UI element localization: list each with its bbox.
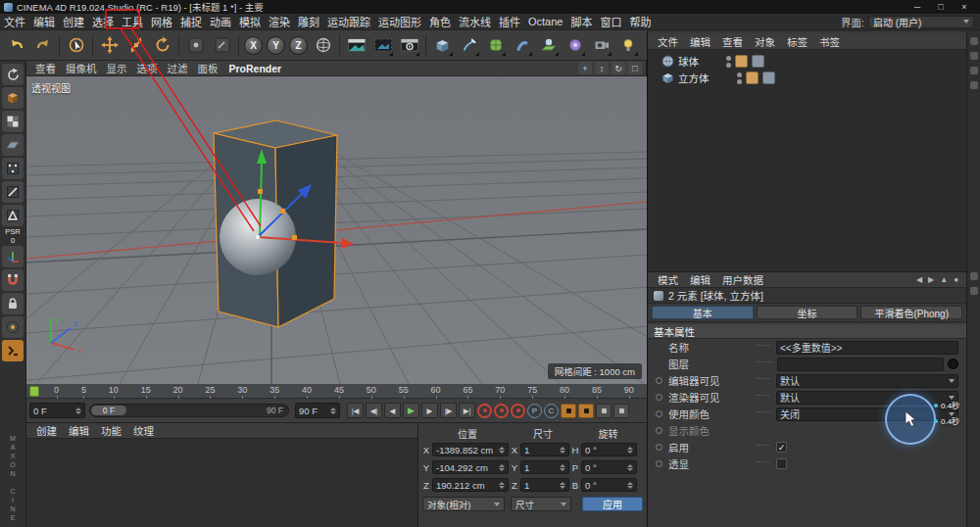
editor-visible-dropdown[interactable]: 默认 [776, 374, 958, 388]
animation-dot-icon[interactable] [656, 394, 662, 401]
attribute-menu-item[interactable]: 模式 [652, 272, 684, 287]
playback-options-icon[interactable] [596, 404, 612, 418]
range-slider-handle[interactable]: 0 F [91, 406, 126, 415]
deformer-icon[interactable] [510, 33, 534, 58]
animation-dot-icon[interactable] [656, 427, 662, 434]
recent-tool-slot-icon[interactable] [183, 33, 208, 58]
light-icon[interactable] [615, 33, 640, 58]
viewport-menu-item[interactable]: 过滤 [163, 61, 193, 75]
position-field[interactable]: -1389.852 cm [432, 443, 509, 456]
menu-item[interactable]: 工具 [118, 14, 147, 29]
go-to-start-button[interactable]: |◀ [347, 403, 364, 418]
texture-mode-icon[interactable] [2, 111, 24, 132]
xray-checkbox[interactable] [776, 458, 787, 469]
object-name[interactable]: 立方体 [678, 71, 710, 85]
timeline-ruler[interactable]: 051015202530354045505560657075808590 [26, 384, 647, 399]
dock-icon[interactable] [970, 272, 978, 280]
history-forward-icon[interactable]: ▶ [928, 275, 934, 284]
material-menu-item[interactable]: 创建 [30, 423, 63, 438]
generator-subdivision-icon[interactable] [483, 33, 508, 58]
scale-tool-icon[interactable] [123, 33, 148, 58]
attribute-menu-item[interactable]: 编辑 [684, 272, 716, 287]
menu-item[interactable]: 流水线 [455, 14, 495, 29]
size-field[interactable]: 1 [520, 460, 569, 474]
maximize-button[interactable]: □ [929, 1, 953, 14]
menu-item[interactable]: 雕刻 [294, 14, 323, 29]
close-button[interactable]: × [953, 1, 976, 14]
menu-item[interactable]: 选择 [88, 14, 118, 29]
render-settings-icon[interactable] [397, 33, 421, 58]
axis-lock-button[interactable]: Z [289, 36, 308, 55]
mograph-field-icon[interactable] [563, 33, 587, 58]
menu-item[interactable]: 编辑 [29, 14, 59, 29]
enabled-checkbox[interactable]: ✓ [776, 442, 787, 453]
menu-item[interactable]: 运动图形 [374, 14, 425, 29]
polygons-mode-icon[interactable] [2, 205, 24, 226]
viewport-menu-item[interactable]: 面板 [193, 61, 223, 75]
tab-basic[interactable]: 基本 [652, 306, 754, 319]
position-field[interactable]: -104.292 cm [432, 460, 509, 474]
camera-icon[interactable] [589, 33, 613, 58]
dock-icon[interactable] [970, 67, 978, 74]
pan-view-icon[interactable]: + [578, 62, 592, 74]
rotation-field[interactable]: 0 ° [581, 443, 637, 456]
viewport-menu-item[interactable]: 查看 [30, 61, 61, 75]
object-row-cube[interactable]: 立方体 [648, 70, 966, 86]
size-mode-dropdown[interactable]: 尺寸 [511, 497, 571, 511]
material-menu-item[interactable]: 编辑 [63, 423, 95, 438]
menu-item[interactable]: 模拟 [235, 14, 265, 29]
next-frame-button[interactable]: ▶ [421, 403, 438, 418]
menu-item[interactable]: 网格 [147, 14, 176, 29]
animation-dot-icon[interactable] [656, 444, 662, 451]
viewport-canvas[interactable]: Y X Z 透视视图 网格间距 : 1000 cm [26, 76, 647, 384]
position-field[interactable]: 190.212 cm [432, 478, 509, 492]
end-frame-field[interactable]: 90 F [295, 403, 340, 418]
object-tag-icon[interactable] [762, 72, 775, 84]
previous-key-button[interactable]: ◀| [366, 403, 382, 418]
record-pla-button[interactable]: C [544, 404, 559, 418]
next-key-button[interactable]: |▶ [440, 403, 457, 418]
record-rotation-button[interactable] [511, 404, 525, 418]
viewport-menu-item[interactable]: 显示 [102, 61, 132, 75]
play-button[interactable]: ▶ [403, 403, 419, 418]
object-manager-menu-item[interactable]: 标签 [781, 34, 813, 49]
spline-pen-icon[interactable] [457, 33, 481, 58]
lock-icon[interactable]: ● [954, 275, 958, 284]
visibility-dots[interactable] [737, 72, 742, 84]
record-keyframe-button[interactable] [477, 404, 492, 418]
size-field[interactable]: 1 [520, 443, 569, 456]
tweak-tool-slot-icon[interactable] [210, 33, 234, 58]
autokey-toggle-icon[interactable] [561, 404, 576, 418]
menu-item[interactable]: 捕捉 [176, 14, 206, 29]
menu-item[interactable]: 文件 [0, 14, 29, 29]
timeline-playhead[interactable] [29, 386, 39, 397]
menu-item[interactable]: 脚本 [566, 14, 596, 29]
viewport-menu-item[interactable]: 选项 [132, 61, 163, 75]
object-manager-menu-item[interactable]: 编辑 [684, 34, 716, 49]
frame-spinner[interactable] [75, 407, 81, 414]
undo-icon[interactable] [4, 33, 28, 58]
viewport-menu-item[interactable]: 摄像机 [61, 61, 102, 75]
coordinate-mode-dropdown[interactable]: 对象(相对) [422, 497, 505, 511]
axis-lock-button[interactable]: Y [267, 36, 285, 55]
history-back-icon[interactable]: ◀ [916, 275, 922, 284]
animation-dot-icon[interactable] [656, 460, 662, 467]
render-visible-dropdown[interactable]: 默认 [776, 391, 958, 405]
current-fr servame-field[interactable]: 0 F [29, 403, 85, 418]
phong-tag-icon[interactable] [735, 55, 748, 68]
attribute-menu-item[interactable]: 用户数据 [716, 272, 769, 287]
name-field[interactable]: <<多重数值>> [776, 341, 958, 355]
axis-lock-button[interactable]: X [244, 36, 263, 55]
make-editable-icon[interactable] [2, 64, 24, 85]
snap-toggle-icon[interactable] [2, 269, 24, 291]
render-view-icon[interactable] [344, 33, 368, 58]
visibility-dots[interactable] [726, 56, 731, 68]
dock-icon[interactable] [970, 52, 978, 60]
menu-item[interactable]: 窗口 [596, 14, 625, 29]
rotate-tool-icon[interactable] [150, 33, 174, 58]
move-tool-icon[interactable] [97, 33, 122, 58]
previous-frame-button[interactable]: ◀ [384, 403, 401, 418]
record-parameter-button[interactable]: P [527, 404, 542, 418]
menu-item[interactable]: 动画 [206, 14, 235, 29]
record-position-button[interactable] [494, 404, 509, 418]
